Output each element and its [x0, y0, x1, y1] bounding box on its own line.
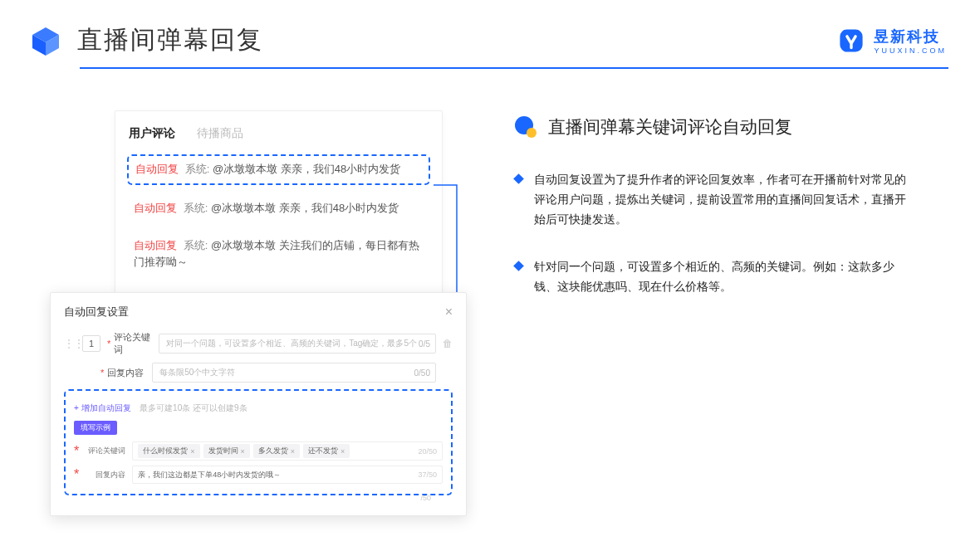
brand-name: 昱新科技	[874, 27, 947, 46]
tab-user-comments[interactable]: 用户评论	[129, 126, 175, 141]
ex-content-text: 亲，我们这边都是下单48小时内发货的哦～	[138, 470, 281, 480]
content-count: 0/50	[414, 368, 430, 378]
tag-remove-icon[interactable]: ×	[341, 447, 345, 456]
page-title: 直播间弹幕回复	[77, 23, 263, 57]
keyword-tag[interactable]: 发货时间×	[203, 444, 250, 458]
example-frame: + 增加自动回复 最多可建10条 还可以创建9条 填写示例 * 评论关键词 什么…	[64, 389, 453, 495]
auto-reply-badge: 自动回复	[134, 239, 177, 251]
brand-logo-icon	[837, 27, 865, 55]
example-label: 填写示例	[74, 421, 117, 435]
tab-pending-products[interactable]: 待播商品	[197, 126, 243, 141]
content-input[interactable]: 每条限50个中文字符 0/50	[152, 363, 436, 383]
keyword-row: ⋮⋮ 1 * 评论关键词 对同一个问题，可设置多个相近、高频的关键词，Tag确定…	[64, 331, 453, 356]
ex-content-count: 37/50	[418, 471, 437, 479]
required-mark: *	[100, 368, 104, 378]
page-header: 直播间弹幕回复 昱新科技 YUUXIN.COM	[0, 0, 980, 67]
ex-keyword-label: 评论关键词	[82, 446, 125, 456]
bullet-item: 针对同一个问题，可设置多个相近的、高频的关键词。例如：这款多少钱、这块能优惠吗、…	[515, 257, 947, 297]
ex-content-label: 回复内容	[82, 470, 125, 480]
keyword-label: 评论关键词	[114, 331, 159, 356]
brand-sub: YUUXIN.COM	[874, 46, 947, 55]
comment-row: 自动回复 系统: @冰墩墩本墩 关注我们的店铺，每日都有热门推荐呦～	[127, 232, 430, 277]
tag-remove-icon[interactable]: ×	[241, 447, 245, 456]
system-prefix: 系统:	[185, 163, 210, 175]
cube-icon	[29, 24, 62, 57]
diamond-bullet-icon	[513, 173, 524, 184]
auto-reply-badge: 自动回复	[134, 202, 177, 214]
keyword-tag[interactable]: 多久发货×	[253, 444, 300, 458]
drag-handle-icon[interactable]: ⋮⋮	[64, 338, 76, 349]
screenshot-area: 用户评论 待播商品 自动回复 系统: @冰墩墩本墩 亲亲，我们48小时内发货 自…	[50, 110, 465, 509]
example-content-row: * 回复内容 亲，我们这边都是下单48小时内发货的哦～ 37/50	[74, 466, 443, 484]
content-placeholder: 每条限50个中文字符	[159, 367, 235, 378]
comment-row: 自动回复 系统: @冰墩墩本墩 亲亲，我们48小时内发货	[127, 195, 430, 222]
description-column: 直播间弹幕关键词评论自动回复 自动回复设置为了提升作者的评论回复效率，作者可在开…	[465, 110, 947, 509]
section-head: 直播间弹幕关键词评论自动回复	[515, 115, 947, 139]
tag-remove-icon[interactable]: ×	[291, 447, 295, 456]
diamond-bullet-icon	[513, 261, 524, 272]
trailing-count: /50	[64, 494, 453, 502]
tag-remove-icon[interactable]: ×	[190, 447, 194, 456]
section-title: 直播间弹幕关键词评论自动回复	[548, 115, 792, 139]
auto-reply-settings-modal: 自动回复设置 × ⋮⋮ 1 * 评论关键词 对同一个问题，可设置多个相近、高频的…	[50, 292, 467, 516]
required-mark: *	[74, 444, 79, 459]
comment-text: @冰墩墩本墩 亲亲，我们48小时内发货	[211, 202, 399, 214]
rule-number: 1	[82, 335, 100, 352]
close-icon[interactable]: ×	[445, 305, 453, 319]
keyword-tag[interactable]: 什么时候发货×	[138, 444, 199, 458]
bullet-item: 自动回复设置为了提升作者的评论回复效率，作者可在开播前针对常见的评论用户问题，提…	[515, 170, 947, 229]
tags-container: 什么时候发货×发货时间×多久发货×还不发货×	[138, 444, 353, 458]
keyword-tag[interactable]: 还不发货×	[303, 444, 350, 458]
example-keyword-row: * 评论关键词 什么时候发货×发货时间×多久发货×还不发货× 20/50	[74, 441, 443, 461]
ex-keyword-count: 20/50	[418, 447, 437, 456]
section-dot-icon	[515, 116, 537, 138]
keyword-placeholder: 对同一个问题，可设置多个相近、高频的关键词，Tag确定，最多5个	[166, 338, 417, 349]
required-mark: *	[107, 339, 110, 349]
comment-text: @冰墩墩本墩 亲亲，我们48小时内发货	[213, 163, 400, 175]
bullet-text: 自动回复设置为了提升作者的评论回复效率，作者可在开播前针对常见的评论用户问题，提…	[534, 170, 916, 229]
delete-icon[interactable]: 🗑	[443, 338, 453, 349]
modal-title: 自动回复设置	[64, 305, 129, 319]
brand: 昱新科技 YUUXIN.COM	[837, 27, 947, 55]
keyword-count: 0/5	[419, 339, 430, 349]
add-auto-reply-link[interactable]: + 增加自动回复	[74, 403, 131, 412]
content-label: 回复内容	[107, 367, 152, 379]
content-row: * 回复内容 每条限50个中文字符 0/50	[64, 363, 453, 383]
ex-content-box[interactable]: 亲，我们这边都是下单48小时内发货的哦～ 37/50	[132, 466, 443, 484]
comment-row-highlighted: 自动回复 系统: @冰墩墩本墩 亲亲，我们48小时内发货	[127, 154, 430, 185]
required-mark: *	[74, 467, 79, 482]
keyword-input[interactable]: 对同一个问题，可设置多个相近、高频的关键词，Tag确定，最多5个 0/5	[159, 334, 436, 354]
bullet-text: 针对同一个问题，可设置多个相近的、高频的关键词。例如：这款多少钱、这块能优惠吗、…	[534, 257, 916, 297]
add-hint: 最多可建10条 还可以创建9条	[140, 403, 247, 412]
system-prefix: 系统:	[184, 239, 208, 251]
auto-reply-badge: 自动回复	[135, 163, 179, 175]
system-prefix: 系统:	[184, 202, 208, 214]
ex-keyword-box[interactable]: 什么时候发货×发货时间×多久发货×还不发货× 20/50	[132, 441, 443, 461]
